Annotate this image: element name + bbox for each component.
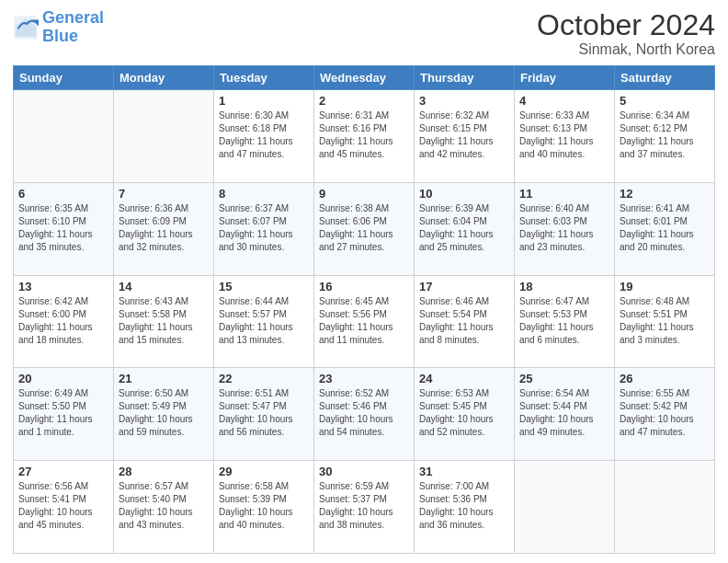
calendar-week-row: 6Sunrise: 6:35 AMSunset: 6:10 PMDaylight… [14,182,715,275]
day-detail: Sunrise: 6:54 AMSunset: 5:44 PMDaylight:… [519,387,609,439]
page: General Blue October 2024 Sinmak, North … [0,0,728,563]
weekday-header: Friday [515,66,615,90]
day-detail: Sunrise: 6:58 AMSunset: 5:39 PMDaylight:… [219,480,309,532]
calendar-cell: 31Sunrise: 7:00 AMSunset: 5:36 PMDayligh… [415,461,515,554]
day-detail: Sunrise: 6:38 AMSunset: 6:06 PMDaylight:… [319,202,409,254]
calendar-cell: 9Sunrise: 6:38 AMSunset: 6:06 PMDaylight… [314,182,415,275]
day-number: 22 [219,372,309,385]
calendar-cell: 17Sunrise: 6:46 AMSunset: 5:54 PMDayligh… [415,275,515,368]
day-number: 9 [319,187,409,201]
weekday-header: Tuesday [214,66,314,90]
calendar-cell: 2Sunrise: 6:31 AMSunset: 6:16 PMDaylight… [314,90,415,183]
day-number: 7 [119,187,209,201]
day-number: 28 [119,465,209,478]
day-number: 24 [419,372,509,385]
day-detail: Sunrise: 6:39 AMSunset: 6:04 PMDaylight:… [419,202,509,254]
calendar-week-row: 20Sunrise: 6:49 AMSunset: 5:50 PMDayligh… [14,368,715,461]
day-number: 30 [319,465,409,478]
day-detail: Sunrise: 6:49 AMSunset: 5:50 PMDaylight:… [18,387,108,439]
calendar-cell: 11Sunrise: 6:40 AMSunset: 6:03 PMDayligh… [515,182,615,275]
calendar-cell: 5Sunrise: 6:34 AMSunset: 6:12 PMDaylight… [615,90,715,183]
calendar-cell: 16Sunrise: 6:45 AMSunset: 5:56 PMDayligh… [314,275,415,368]
day-number: 8 [219,187,309,201]
day-number: 25 [519,372,609,385]
header: General Blue October 2024 Sinmak, North … [13,9,715,58]
calendar-cell: 18Sunrise: 6:47 AMSunset: 5:53 PMDayligh… [515,275,615,368]
calendar-cell: 29Sunrise: 6:58 AMSunset: 5:39 PMDayligh… [214,461,314,554]
day-detail: Sunrise: 6:44 AMSunset: 5:57 PMDaylight:… [219,295,309,347]
day-detail: Sunrise: 6:31 AMSunset: 6:16 PMDaylight:… [319,109,409,161]
day-number: 2 [319,94,409,108]
calendar-cell: 21Sunrise: 6:50 AMSunset: 5:49 PMDayligh… [114,368,214,461]
day-detail: Sunrise: 6:37 AMSunset: 6:07 PMDaylight:… [219,202,309,254]
calendar-cell: 8Sunrise: 6:37 AMSunset: 6:07 PMDaylight… [214,182,314,275]
day-detail: Sunrise: 6:55 AMSunset: 5:42 PMDaylight:… [620,387,710,439]
day-detail: Sunrise: 6:46 AMSunset: 5:54 PMDaylight:… [419,295,509,347]
weekday-header: Thursday [415,66,515,90]
day-number: 21 [119,372,209,385]
day-number: 20 [18,372,108,385]
calendar-cell [615,461,715,554]
day-number: 12 [620,187,710,201]
day-number: 31 [419,465,509,478]
day-detail: Sunrise: 6:59 AMSunset: 5:37 PMDaylight:… [319,480,409,532]
calendar-cell: 10Sunrise: 6:39 AMSunset: 6:04 PMDayligh… [415,182,515,275]
day-number: 5 [620,94,710,108]
day-detail: Sunrise: 6:40 AMSunset: 6:03 PMDaylight:… [519,202,609,254]
day-number: 3 [419,94,509,108]
weekday-header: Sunday [14,66,114,90]
calendar-cell: 22Sunrise: 6:51 AMSunset: 5:47 PMDayligh… [214,368,314,461]
logo-text: General Blue [42,9,104,46]
day-number: 6 [18,187,108,201]
calendar-cell: 20Sunrise: 6:49 AMSunset: 5:50 PMDayligh… [14,368,114,461]
calendar-cell: 15Sunrise: 6:44 AMSunset: 5:57 PMDayligh… [214,275,314,368]
logo: General Blue [13,9,104,46]
day-number: 29 [219,465,309,478]
day-detail: Sunrise: 6:52 AMSunset: 5:46 PMDaylight:… [319,387,409,439]
weekday-header: Wednesday [314,66,415,90]
day-number: 23 [319,372,409,385]
day-detail: Sunrise: 6:30 AMSunset: 6:18 PMDaylight:… [219,109,309,161]
calendar-cell [515,461,615,554]
subtitle: Sinmak, North Korea [537,41,715,58]
day-detail: Sunrise: 6:45 AMSunset: 5:56 PMDaylight:… [319,295,409,347]
calendar-week-row: 1Sunrise: 6:30 AMSunset: 6:18 PMDaylight… [14,90,715,183]
logo-general: General [42,8,104,27]
calendar-cell: 28Sunrise: 6:57 AMSunset: 5:40 PMDayligh… [114,461,214,554]
day-detail: Sunrise: 6:51 AMSunset: 5:47 PMDaylight:… [219,387,309,439]
calendar-cell: 6Sunrise: 6:35 AMSunset: 6:10 PMDaylight… [14,182,114,275]
calendar-week-row: 27Sunrise: 6:56 AMSunset: 5:41 PMDayligh… [14,461,715,554]
day-number: 26 [620,372,710,385]
calendar-cell: 25Sunrise: 6:54 AMSunset: 5:44 PMDayligh… [515,368,615,461]
day-detail: Sunrise: 6:57 AMSunset: 5:40 PMDaylight:… [119,480,209,532]
calendar-cell: 24Sunrise: 6:53 AMSunset: 5:45 PMDayligh… [415,368,515,461]
calendar-cell: 30Sunrise: 6:59 AMSunset: 5:37 PMDayligh… [314,461,415,554]
calendar-cell: 19Sunrise: 6:48 AMSunset: 5:51 PMDayligh… [615,275,715,368]
calendar-cell: 3Sunrise: 6:32 AMSunset: 6:15 PMDaylight… [415,90,515,183]
day-number: 16 [319,280,409,293]
day-number: 1 [219,94,309,108]
day-detail: Sunrise: 6:34 AMSunset: 6:12 PMDaylight:… [620,109,710,161]
calendar-cell [14,90,114,183]
calendar-cell: 1Sunrise: 6:30 AMSunset: 6:18 PMDaylight… [214,90,314,183]
calendar-cell: 7Sunrise: 6:36 AMSunset: 6:09 PMDaylight… [114,182,214,275]
day-detail: Sunrise: 6:36 AMSunset: 6:09 PMDaylight:… [119,202,209,254]
day-number: 14 [119,280,209,293]
day-number: 4 [519,94,609,108]
day-detail: Sunrise: 6:41 AMSunset: 6:01 PMDaylight:… [620,202,710,254]
day-detail: Sunrise: 6:50 AMSunset: 5:49 PMDaylight:… [119,387,209,439]
calendar-table: SundayMondayTuesdayWednesdayThursdayFrid… [13,65,715,554]
main-title: October 2024 [537,9,715,41]
day-detail: Sunrise: 6:32 AMSunset: 6:15 PMDaylight:… [419,109,509,161]
day-detail: Sunrise: 6:53 AMSunset: 5:45 PMDaylight:… [419,387,509,439]
day-number: 19 [620,280,710,293]
calendar-cell: 4Sunrise: 6:33 AMSunset: 6:13 PMDaylight… [515,90,615,183]
calendar-week-row: 13Sunrise: 6:42 AMSunset: 6:00 PMDayligh… [14,275,715,368]
day-number: 15 [219,280,309,293]
day-number: 13 [18,280,108,293]
calendar-cell: 12Sunrise: 6:41 AMSunset: 6:01 PMDayligh… [615,182,715,275]
day-detail: Sunrise: 6:33 AMSunset: 6:13 PMDaylight:… [519,109,609,161]
calendar-cell: 14Sunrise: 6:43 AMSunset: 5:58 PMDayligh… [114,275,214,368]
day-number: 27 [18,465,108,478]
day-detail: Sunrise: 7:00 AMSunset: 5:36 PMDaylight:… [419,480,509,532]
